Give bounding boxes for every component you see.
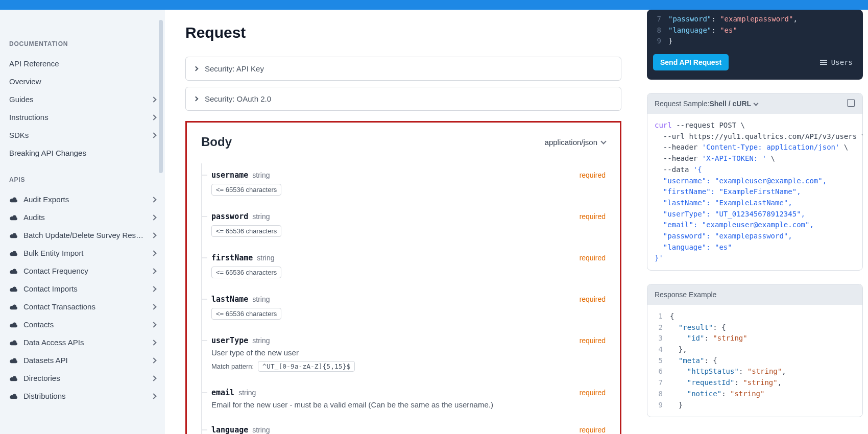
request-body-preview: 7 "password": "examplepassword",8 "langu… xyxy=(647,10,863,80)
chevron-down-icon xyxy=(754,101,759,106)
list-icon xyxy=(820,60,827,65)
sidebar-doc-item[interactable]: Guides xyxy=(0,90,165,108)
code-line: 6 "httpStatus": "string", xyxy=(655,366,855,377)
top-bar xyxy=(0,0,868,10)
sidebar-api-item[interactable]: Datasets API xyxy=(0,351,165,369)
body-section: Body application/json usernamestringrequ… xyxy=(185,121,621,434)
sidebar-api-item[interactable]: Distributions xyxy=(0,387,165,405)
sidebar-api-item[interactable]: Batch Update/Delete Survey Res… xyxy=(0,226,165,244)
pattern-label: Match pattern: xyxy=(211,363,254,370)
sidebar-doc-item[interactable]: Instructions xyxy=(0,108,165,126)
chevron-right-icon xyxy=(151,304,156,309)
code-line: 3 "id": "string" xyxy=(655,333,855,344)
chevron-right-icon xyxy=(151,393,156,399)
code-line: 8 "notice": "string" xyxy=(655,389,855,400)
code-line: 2 "result": { xyxy=(655,322,855,333)
sidebar-item-label: Audit Exports xyxy=(23,195,69,204)
chevron-right-icon xyxy=(151,114,156,120)
code-line: 1{ xyxy=(655,311,855,322)
sidebar-doc-item[interactable]: SDKs xyxy=(0,126,165,144)
body-field: passwordstringrequired<= 65536 character… xyxy=(201,205,606,246)
body-field: lastNamestringrequired<= 65536 character… xyxy=(201,287,606,329)
sidebar-heading-documentation: DOCUMENTATION xyxy=(0,24,165,55)
chevron-right-icon xyxy=(151,214,156,220)
code-line: 9 } xyxy=(655,400,855,411)
sidebar-api-item[interactable]: Audits xyxy=(0,208,165,226)
request-sample-code: curl --request POST \ --url https://yul1… xyxy=(647,114,862,270)
field-name: email xyxy=(211,388,234,397)
body-title: Body xyxy=(201,135,232,149)
field-name: language xyxy=(211,425,248,434)
field-type: string xyxy=(238,389,256,397)
security-oauth-toggle[interactable]: Security: OAuth 2.0 xyxy=(185,87,621,111)
sidebar-doc-item[interactable]: Overview xyxy=(0,73,165,90)
content-type-dropdown[interactable]: application/json xyxy=(545,138,606,147)
response-example-title: Response Example xyxy=(655,291,716,299)
field-name: lastName xyxy=(211,295,248,304)
sidebar-item-label: Data Access APIs xyxy=(23,338,84,347)
security-apikey-toggle[interactable]: Security: API Key xyxy=(185,57,621,81)
sidebar-api-item[interactable]: Data Access APIs xyxy=(0,333,165,351)
field-constraint: <= 65536 characters xyxy=(211,184,281,196)
sidebar-item-label: SDKs xyxy=(9,131,29,139)
copy-icon[interactable] xyxy=(849,101,855,107)
sidebar-api-item[interactable]: Directories xyxy=(0,369,165,387)
response-example-code: 1{2 "result": {3 "id": "string"4 },5 "me… xyxy=(647,305,862,417)
sidebar-item-label: Bulk Entity Import xyxy=(23,249,84,257)
sidebar-api-item[interactable]: Contact Transactions xyxy=(0,298,165,316)
body-field: emailstringrequiredEmail for the new use… xyxy=(201,381,606,418)
chevron-right-icon xyxy=(151,132,156,138)
chevron-right-icon xyxy=(194,66,199,71)
field-type: string xyxy=(252,212,270,221)
environment-picker[interactable]: Users xyxy=(820,58,857,66)
security-apikey-label: Security: API Key xyxy=(205,64,264,73)
sidebar-item-label: Audits xyxy=(23,213,45,222)
sidebar-api-item[interactable]: Audit Exports xyxy=(0,190,165,208)
content-type-label: application/json xyxy=(545,138,597,147)
app-layout: DOCUMENTATION API ReferenceOverviewGuide… xyxy=(0,10,868,434)
sidebar-api-item[interactable]: Contact Frequency xyxy=(0,262,165,280)
sidebar-item-label: Contact Frequency xyxy=(23,267,88,275)
required-tag: required xyxy=(580,171,606,179)
sidebar-api-item[interactable]: Contact Imports xyxy=(0,280,165,298)
right-rail: 7 "password": "examplepassword",8 "langu… xyxy=(642,10,868,434)
sidebar-api-item[interactable]: Bulk Entity Import xyxy=(0,244,165,262)
sidebar-item-label: Batch Update/Delete Survey Res… xyxy=(23,231,143,239)
chevron-right-icon xyxy=(151,250,156,256)
field-name: password xyxy=(211,212,248,221)
sidebar-api-item[interactable]: Contacts xyxy=(0,316,165,333)
chevron-right-icon xyxy=(151,375,156,381)
sidebar-item-label: Contact Transactions xyxy=(23,302,95,311)
field-description: User type of the new user xyxy=(211,348,606,357)
chevron-right-icon xyxy=(151,340,156,345)
field-name: firstName xyxy=(211,253,253,262)
sidebar-item-label: Datasets API xyxy=(23,356,68,365)
field-type: string xyxy=(252,336,270,345)
send-api-request-button[interactable]: Send API Request xyxy=(653,54,729,70)
field-constraint: <= 65536 characters xyxy=(211,225,281,237)
sidebar-item-label: Contacts xyxy=(23,320,54,329)
request-sample-lang-dropdown[interactable]: Request Sample: Shell / cURL xyxy=(655,100,758,108)
code-line: 8 "language": "es" xyxy=(653,25,857,36)
code-line: 7 "requestId": "string", xyxy=(655,377,855,389)
security-oauth-label: Security: OAuth 2.0 xyxy=(205,94,271,103)
sidebar-item-label: Instructions xyxy=(9,113,49,122)
field-type: string xyxy=(252,295,270,303)
required-tag: required xyxy=(580,295,606,303)
sidebar-scrollbar[interactable] xyxy=(159,20,163,173)
environment-label: Users xyxy=(831,58,853,66)
chevron-right-icon xyxy=(151,268,156,274)
chevron-right-icon xyxy=(151,286,156,292)
sidebar-doc-item[interactable]: Breaking API Changes xyxy=(0,144,165,162)
request-sample-lang: Shell / cURL xyxy=(709,100,751,108)
required-tag: required xyxy=(580,254,606,262)
required-tag: required xyxy=(580,426,606,434)
sidebar-doc-item[interactable]: API Reference xyxy=(0,55,165,73)
required-tag: required xyxy=(580,336,606,345)
chevron-down-icon xyxy=(600,138,606,144)
response-example-panel: Response Example 1{2 "result": {3 "id": … xyxy=(647,284,863,417)
body-field: userTypestringrequiredUser type of the n… xyxy=(201,329,606,381)
chevron-right-icon xyxy=(151,97,156,102)
field-constraint: <= 65536 characters xyxy=(211,267,281,278)
sidebar: DOCUMENTATION API ReferenceOverviewGuide… xyxy=(0,10,165,434)
